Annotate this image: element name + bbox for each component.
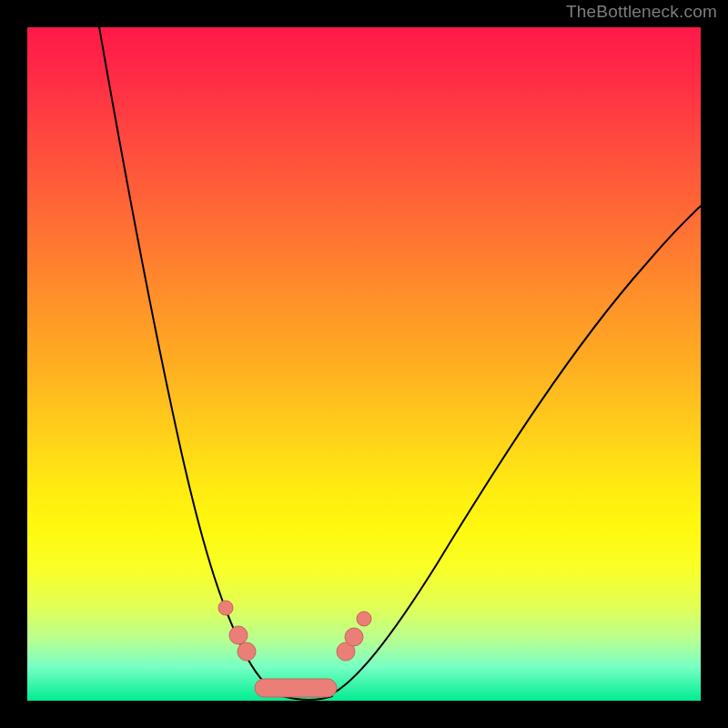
curve-left bbox=[98, 27, 287, 697]
curve-right bbox=[328, 202, 701, 696]
marker-dot bbox=[345, 628, 363, 646]
marker-dot bbox=[357, 612, 371, 626]
marker-dot bbox=[218, 601, 233, 615]
plot-area bbox=[27, 27, 701, 701]
marker-dot bbox=[238, 642, 256, 661]
chart-stage: TheBottleneck.com bbox=[0, 0, 728, 728]
marker-dot bbox=[229, 626, 248, 644]
valley-pill bbox=[255, 679, 337, 697]
curve-layer bbox=[27, 27, 701, 701]
watermark-text: TheBottleneck.com bbox=[566, 2, 717, 22]
